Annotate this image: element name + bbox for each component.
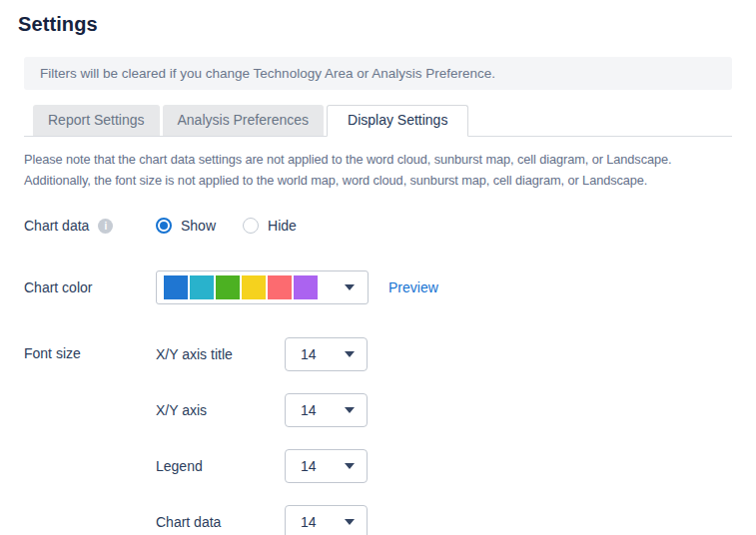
chart-color-row: Chart color Preview bbox=[24, 270, 732, 304]
font-size-row-legend: Legend 14 bbox=[156, 449, 368, 483]
chart-color-select[interactable] bbox=[156, 270, 369, 304]
preview-link[interactable]: Preview bbox=[388, 279, 438, 295]
axis-title-size-value: 14 bbox=[301, 346, 317, 362]
font-size-label: Font size bbox=[24, 345, 156, 361]
chevron-down-icon bbox=[345, 463, 355, 469]
chart-data-size-select[interactable]: 14 bbox=[285, 505, 368, 535]
font-size-row-chart-data: Chart data 14 bbox=[156, 505, 368, 535]
font-size-section: Font size X/Y axis title 14 X/Y axis 14 … bbox=[24, 337, 732, 535]
axis-size-value: 14 bbox=[301, 402, 317, 418]
chevron-down-icon bbox=[345, 407, 355, 413]
font-size-rows: X/Y axis title 14 X/Y axis 14 Legend 14 bbox=[156, 337, 368, 535]
color-swatch-green bbox=[216, 275, 240, 299]
font-size-row-axis-title: X/Y axis title 14 bbox=[156, 337, 368, 371]
legend-size-value: 14 bbox=[301, 458, 317, 474]
radio-hide-label: Hide bbox=[268, 218, 297, 234]
color-swatch-red bbox=[268, 275, 292, 299]
radio-show-label: Show bbox=[181, 218, 216, 234]
settings-tabs: Report Settings Analysis Preferences Dis… bbox=[24, 105, 732, 137]
radio-option-show[interactable]: Show bbox=[156, 218, 216, 234]
axis-size-select[interactable]: 14 bbox=[285, 393, 368, 427]
axis-title-size-select[interactable]: 14 bbox=[285, 337, 368, 371]
page-title: Settings bbox=[18, 13, 732, 36]
chart-data-label: Chart data i bbox=[24, 218, 156, 234]
axis-title-label: X/Y axis title bbox=[156, 346, 285, 362]
axis-label: X/Y axis bbox=[156, 402, 285, 418]
radio-hide[interactable] bbox=[243, 218, 259, 234]
chart-data-size-label: Chart data bbox=[156, 514, 285, 530]
tab-display-settings[interactable]: Display Settings bbox=[327, 105, 468, 137]
chart-data-size-value: 14 bbox=[301, 514, 317, 530]
chart-color-label: Chart color bbox=[24, 279, 156, 295]
chart-data-label-text: Chart data bbox=[24, 218, 89, 234]
color-swatch-purple bbox=[294, 275, 318, 299]
color-swatch-teal bbox=[190, 275, 214, 299]
legend-size-select[interactable]: 14 bbox=[285, 449, 368, 483]
chart-data-radio-group: Show Hide bbox=[156, 218, 324, 234]
chevron-down-icon bbox=[345, 284, 355, 290]
tab-label: Analysis Preferences bbox=[178, 112, 310, 128]
display-settings-note: Please note that the chart data settings… bbox=[24, 149, 732, 191]
radio-show[interactable] bbox=[156, 218, 172, 234]
tab-label: Report Settings bbox=[48, 112, 145, 128]
color-swatch-blue bbox=[164, 275, 188, 299]
tab-label: Display Settings bbox=[348, 112, 447, 128]
info-icon[interactable]: i bbox=[98, 219, 113, 234]
color-swatches bbox=[164, 275, 318, 299]
legend-label: Legend bbox=[156, 458, 285, 474]
color-swatch-yellow bbox=[242, 275, 266, 299]
font-size-row-axis: X/Y axis 14 bbox=[156, 393, 368, 427]
chevron-down-icon bbox=[345, 519, 355, 525]
tab-report-settings[interactable]: Report Settings bbox=[33, 105, 160, 136]
settings-page: Settings Filters will be cleared if you … bbox=[0, 13, 756, 535]
chart-data-setting-row: Chart data i Show Hide bbox=[24, 218, 732, 234]
banner-text: Filters will be cleared if you change Te… bbox=[40, 66, 495, 81]
chevron-down-icon bbox=[345, 351, 355, 357]
chart-color-label-text: Chart color bbox=[24, 279, 92, 295]
tab-analysis-preferences[interactable]: Analysis Preferences bbox=[163, 105, 325, 136]
radio-option-hide[interactable]: Hide bbox=[243, 218, 297, 234]
font-size-label-text: Font size bbox=[24, 345, 81, 361]
filters-warning-banner: Filters will be cleared if you change Te… bbox=[24, 57, 732, 90]
